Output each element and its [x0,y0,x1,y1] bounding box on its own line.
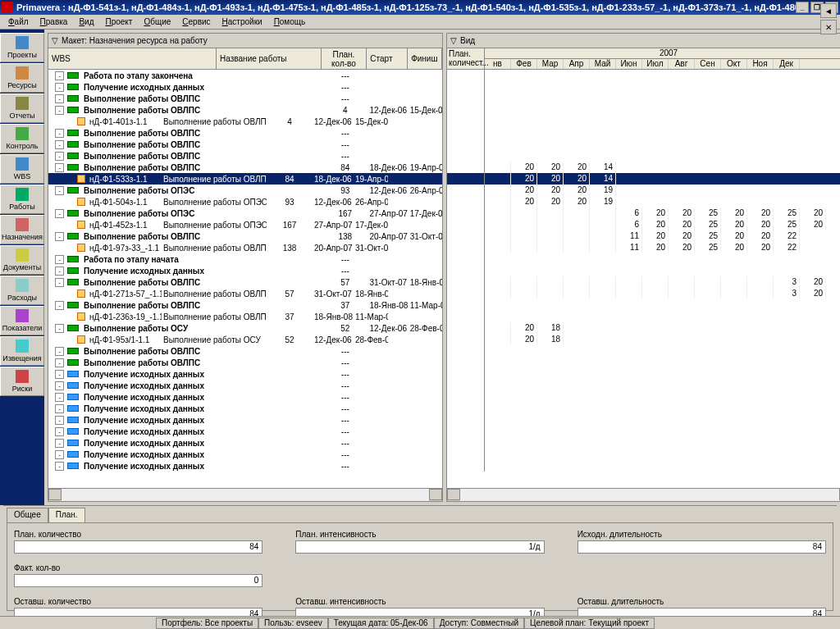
gantt-row[interactable]: 20202014 [447,173,840,185]
menu-Проект[interactable]: Проект [100,17,137,26]
gantt-row[interactable]: 32025 [447,288,840,299]
table-row[interactable]: -Получение исходных данных--- [48,81,442,93]
gantt-row[interactable] [447,345,840,357]
expand-icon[interactable]: - [55,152,64,161]
expand-icon[interactable]: - [55,439,64,448]
gantt-row[interactable]: 20202019 [447,185,840,196]
expand-icon[interactable]: - [55,358,64,367]
table-row[interactable]: -Выполнение работы ОПЭС16727-Апр-0717-Де… [48,207,442,219]
gantt-row[interactable] [447,70,840,81]
expand-icon[interactable]: - [55,163,64,172]
table-row[interactable]: нД-Ф1-533з-1.1Выполнение работы ОВЛПС841… [48,173,442,185]
input-actual-qty[interactable]: 0 [14,574,262,587]
table-row[interactable]: нД-Ф1-452з-1.1Выполнение работы ОПЭС1672… [48,219,442,230]
gantt-row[interactable] [447,104,840,116]
menu-Вид[interactable]: Вид [74,17,98,26]
expand-icon[interactable]: - [55,94,64,103]
month-col[interactable]: Окт [721,59,747,69]
sidebar-Контроль[interactable]: Контроль [0,124,44,153]
tab-general[interactable]: Общее [7,508,48,522]
table-row[interactable]: -Получение исходных данных--- [48,414,442,426]
table-row[interactable]: нД-Ф1-236з-19_-1.1Выполнение работы ОВЛП… [48,311,442,322]
expand-icon[interactable]: - [55,324,64,333]
gantt-row[interactable] [447,116,840,127]
expand-icon[interactable]: - [55,255,64,264]
gantt-row[interactable] [447,437,840,449]
sidebar-Отчеты[interactable]: Отчеты [0,93,44,123]
month-col[interactable]: Мар [537,59,564,69]
table-row[interactable]: -Работа по этапу закончена--- [48,70,442,81]
expand-icon[interactable]: - [55,129,64,138]
table-row[interactable]: -Выполнение работы ОВЛПС--- [48,150,442,162]
sidebar-Документы[interactable]: Документы [0,245,44,275]
expand-icon[interactable]: - [55,209,64,218]
expand-icon[interactable]: - [55,381,64,390]
gantt-row[interactable] [447,265,840,276]
minimize-button[interactable]: _ [796,2,809,13]
month-col[interactable]: Фев [511,59,537,69]
menu-Правка[interactable]: Правка [35,17,73,26]
menu-Сервис[interactable]: Сервис [177,17,215,26]
expand-icon[interactable]: - [55,370,64,379]
expand-icon[interactable]: - [55,450,64,459]
gantt-row[interactable]: 11202025202022 [447,242,840,253]
gantt-row[interactable] [447,426,840,437]
table-row[interactable]: -Получение исходных данных--- [48,437,442,449]
gantt-row[interactable] [447,299,840,311]
table-row[interactable]: -Выполнение работы ОВЛПС3718-Янв-0811-Ма… [48,299,442,311]
table-row[interactable]: нД-Ф1-504з-1.1Выполнение работы ОПЭС9312… [48,196,442,207]
menu-Файл[interactable]: Файл [3,17,34,26]
gantt-body[interactable]: 2020201420202014202020192020201962020252… [447,70,840,488]
expand-icon[interactable]: - [55,301,64,310]
table-row[interactable]: -Выполнение работы ОВЛПС5731-Окт-0718-Ян… [48,276,442,288]
sidebar-Проекты[interactable]: Проекты [0,33,44,62]
gantt-row[interactable] [447,391,840,403]
table-row[interactable]: нД-Ф1-95з/1-1.1Выполнение работы ОСУ5212… [48,334,442,345]
gantt-row[interactable] [447,93,840,104]
month-col[interactable]: Ноя [747,59,774,69]
table-row[interactable]: -Выполнение работы ОВЛПС--- [48,357,442,368]
expand-icon[interactable]: - [55,106,64,115]
gantt-row[interactable] [447,368,840,380]
close-panel-button[interactable]: ✕ [820,20,837,34]
gantt-row[interactable] [447,127,840,139]
expand-icon[interactable]: - [55,393,64,402]
sidebar-Ресурсы[interactable]: Ресурсы [0,63,44,93]
input-plan-intensity[interactable]: 1/д [295,540,544,554]
expand-icon[interactable]: - [55,347,64,356]
sidebar-Работы[interactable]: Работы [0,185,44,214]
gantt-row[interactable]: 11202025202022 [447,230,840,242]
expand-icon[interactable]: - [55,140,64,149]
gantt-row[interactable] [447,81,840,93]
sidebar-WBS[interactable]: WBS [0,154,44,184]
table-row[interactable]: нД-Ф1-401з-1.1Выполнение работы ОВЛПС412… [48,116,442,127]
expand-icon[interactable]: - [55,404,64,413]
month-col[interactable]: нв [485,59,511,69]
plan-col[interactable]: План. количест... [447,48,485,69]
gantt-row[interactable] [447,380,840,391]
table-row[interactable]: -Получение исходных данных--- [48,368,442,380]
table-row[interactable]: -Выполнение работы ОПЭС9312-Дек-0626-Апр… [48,185,442,196]
gantt-row[interactable]: 20202019 [447,196,840,207]
gantt-row[interactable] [447,460,840,472]
gantt-row[interactable]: 62020252020252011 [447,207,840,219]
hscrollbar[interactable] [48,488,442,501]
month-col[interactable]: Июн [616,59,642,69]
table-row[interactable]: -Получение исходных данных--- [48,403,442,414]
menu-Помощь[interactable]: Помощь [269,17,311,26]
right-panel-header[interactable]: ▽Вид [447,34,840,48]
table-row[interactable]: -Получение исходных данных--- [48,391,442,403]
table-row[interactable]: -Выполнение работы ОВЛПС13820-Апр-0731-О… [48,230,442,242]
sidebar-Расходы[interactable]: Расходы [0,276,44,305]
table-row[interactable]: -Получение исходных данных--- [48,265,442,276]
expand-icon[interactable]: - [55,416,64,425]
expand-icon[interactable]: - [55,83,64,92]
gantt-row[interactable] [447,139,840,150]
gantt-row[interactable]: 2018 [447,322,840,334]
expand-icon[interactable]: - [55,186,64,195]
month-col[interactable]: Июл [642,59,669,69]
expand-icon[interactable]: - [55,267,64,276]
table-row[interactable]: -Получение исходных данных--- [48,449,442,460]
gantt-row[interactable] [447,449,840,460]
sidebar-Риски[interactable]: Риски [0,367,44,396]
